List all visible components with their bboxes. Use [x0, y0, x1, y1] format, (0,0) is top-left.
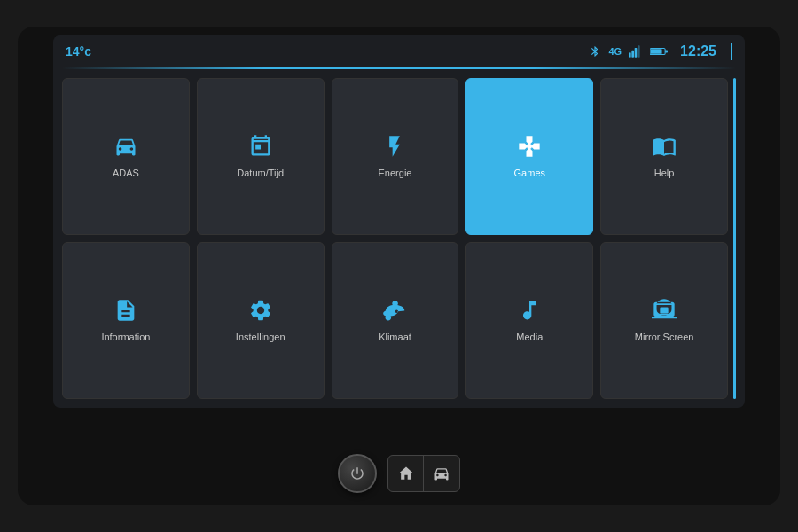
battery-icon — [650, 46, 668, 57]
help-label: Help — [654, 168, 675, 179]
network-indicator: 4G — [608, 46, 622, 57]
car-display-frame: 14°c 4G — [18, 27, 780, 505]
physical-controls — [338, 450, 460, 493]
datum-tijd-label: Datum/Tijd — [237, 168, 284, 179]
media-label: Media — [516, 332, 543, 343]
car-icon — [113, 134, 138, 162]
nav-button-group — [387, 455, 460, 492]
svg-rect-6 — [665, 51, 668, 53]
clock-display: 12:25 — [680, 43, 716, 59]
information-label: Information — [101, 332, 150, 343]
music-icon — [517, 298, 542, 326]
bluetooth-icon — [589, 45, 601, 58]
grid-item-help[interactable]: Help — [600, 78, 728, 235]
temperature-display: 14°c — [66, 44, 91, 59]
instellingen-label: Instellingen — [236, 332, 286, 343]
svg-rect-1 — [631, 51, 634, 58]
right-screen-divider — [733, 78, 736, 399]
status-icons: 4G 12:25 — [589, 43, 732, 60]
grid-item-datum-tijd[interactable]: Datum/Tijd — [197, 78, 325, 235]
svg-rect-3 — [638, 45, 640, 57]
top-bar: 14°c 4G — [53, 35, 745, 67]
svg-rect-9 — [660, 307, 668, 313]
bolt-icon — [382, 134, 407, 162]
app-grid: ADAS Datum/Tijd Energie — [62, 78, 728, 399]
book-open-icon — [652, 134, 677, 162]
signal-icon — [629, 45, 643, 58]
mirror-screen-icon — [652, 298, 677, 326]
grid-item-information[interactable]: Information — [62, 242, 190, 399]
grid-item-mirror-screen[interactable]: Mirror Screen — [600, 242, 728, 399]
mirror-screen-label: Mirror Screen — [635, 332, 694, 343]
calendar-icon — [248, 134, 273, 162]
grid-item-energie[interactable]: Energie — [332, 78, 459, 235]
grid-item-media[interactable]: Media — [466, 242, 593, 399]
svg-point-7 — [527, 144, 532, 149]
fan-icon — [382, 298, 407, 326]
svg-rect-0 — [629, 52, 631, 57]
energie-label: Energie — [379, 168, 412, 179]
gamepad-icon — [517, 134, 542, 162]
document-icon — [113, 298, 138, 326]
svg-rect-5 — [651, 49, 662, 54]
grid-item-klimaat[interactable]: Klimaat — [332, 242, 459, 399]
grid-item-instellingen[interactable]: Instellingen — [197, 242, 325, 399]
games-label: Games — [514, 168, 545, 179]
car-nav-button[interactable] — [424, 456, 459, 491]
klimaat-label: Klimaat — [379, 332, 411, 343]
topbar-divider — [731, 43, 732, 60]
adas-label: ADAS — [113, 168, 139, 179]
gear-icon — [248, 298, 273, 326]
svg-rect-2 — [635, 48, 638, 58]
app-grid-area: ADAS Datum/Tijd Energie — [53, 69, 745, 408]
infotainment-screen: 14°c 4G — [53, 35, 745, 408]
grid-item-games[interactable]: Games — [466, 78, 593, 235]
grid-item-adas[interactable]: ADAS — [62, 78, 190, 235]
home-button[interactable] — [388, 456, 424, 491]
power-button[interactable] — [338, 454, 377, 493]
